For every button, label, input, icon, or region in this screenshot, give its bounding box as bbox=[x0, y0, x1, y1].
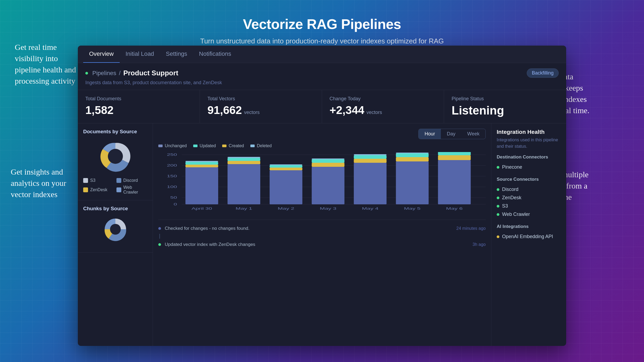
legend-swatch-discord bbox=[116, 178, 121, 183]
activity-text-1: Updated vector index with ZenDesk change… bbox=[165, 242, 469, 247]
connector-label-openai: OpenAI Embedding API bbox=[502, 234, 553, 239]
legend-text-deleted: Deleted bbox=[257, 143, 272, 148]
status-indicator bbox=[85, 72, 88, 75]
time-btn-hour[interactable]: Hour bbox=[419, 129, 441, 139]
time-btn-week[interactable]: Week bbox=[461, 129, 485, 139]
chunks-by-source-card: Chunks by Source bbox=[78, 200, 153, 253]
connector-openai: OpenAI Embedding API bbox=[497, 232, 561, 241]
stat-value-change: +2,344 vectors bbox=[330, 104, 436, 117]
svg-rect-24 bbox=[270, 170, 302, 204]
activity-log: Checked for changes - no changes found. … bbox=[158, 220, 486, 250]
integration-health-desc: Integrations used in this pipeline and t… bbox=[497, 137, 561, 150]
svg-rect-21 bbox=[228, 161, 260, 164]
legend-swatch-zendesk bbox=[83, 187, 88, 192]
tab-notifications[interactable]: Notifications bbox=[193, 46, 237, 63]
svg-rect-39 bbox=[396, 153, 429, 153]
svg-rect-38 bbox=[396, 153, 429, 157]
stat-label-status: Pipeline Status bbox=[452, 96, 559, 102]
stat-label-documents: Total Documents bbox=[85, 96, 192, 102]
svg-rect-37 bbox=[396, 157, 429, 161]
stat-value-documents: 1,582 bbox=[85, 104, 192, 117]
documents-by-source-card: Documents by Source bbox=[78, 123, 153, 200]
breadcrumb-parent[interactable]: Pipelines bbox=[92, 70, 116, 77]
stat-value-status: Listening bbox=[452, 104, 559, 117]
tab-overview[interactable]: Overview bbox=[83, 46, 120, 63]
svg-rect-25 bbox=[270, 168, 302, 170]
stat-change-today: Change Today +2,344 vectors bbox=[322, 90, 444, 123]
stat-total-documents: Total Documents 1,582 bbox=[78, 90, 200, 123]
svg-text:50: 50 bbox=[170, 195, 177, 200]
documents-chart-title: Documents by Source bbox=[83, 129, 147, 135]
legend-dot-deleted bbox=[250, 145, 255, 147]
svg-rect-33 bbox=[354, 159, 387, 163]
svg-text:May 5: May 5 bbox=[404, 206, 421, 210]
svg-rect-22 bbox=[228, 158, 260, 161]
svg-text:May 3: May 3 bbox=[320, 206, 336, 210]
source-connectors-title: Source Connectors bbox=[497, 177, 561, 182]
legend-dot-unchanged bbox=[158, 145, 163, 147]
stats-row: Total Documents 1,582 Total Vectors 91,6… bbox=[78, 90, 566, 123]
connector-label-discord: Discord bbox=[502, 187, 518, 192]
legend-s3: S3 bbox=[83, 178, 114, 183]
integration-health-title: Integration Health bbox=[497, 129, 561, 135]
connector-dot-zendesk bbox=[497, 197, 499, 199]
connector-label-pinecone: Pinecone bbox=[502, 164, 522, 170]
legend-zendesk: ZenDesk bbox=[83, 185, 114, 195]
dashboard-window: Overview Initial Load Settings Notificat… bbox=[78, 46, 566, 346]
connector-label-zendesk: ZenDesk bbox=[502, 195, 521, 201]
tab-settings[interactable]: Settings bbox=[160, 46, 193, 63]
chunks-pie-container bbox=[83, 216, 147, 243]
legend-discord: Discord bbox=[116, 178, 148, 183]
connector-dot-discord bbox=[497, 188, 499, 191]
svg-rect-28 bbox=[312, 167, 345, 204]
pie-chart-container bbox=[83, 139, 147, 174]
connector-dot-pinecone bbox=[497, 166, 499, 169]
bar-chart-wrapper: 250 200 150 100 50 0 bbox=[158, 152, 486, 216]
svg-rect-34 bbox=[354, 155, 387, 159]
main-content: Documents by Source bbox=[78, 123, 566, 346]
legend-text-unchanged: Unchanged bbox=[165, 143, 187, 148]
stat-total-vectors: Total Vectors 91,662 vectors bbox=[200, 90, 322, 123]
activity-time-1: 3h ago bbox=[473, 242, 486, 247]
activity-dot-1 bbox=[158, 243, 161, 246]
center-panel: Hour Day Week Unchanged Updated Created bbox=[153, 123, 491, 346]
activity-item-1: Updated vector index with ZenDesk change… bbox=[158, 239, 486, 250]
legend-label-s3: S3 bbox=[90, 178, 96, 183]
svg-point-3 bbox=[110, 224, 121, 235]
connector-discord: Discord bbox=[497, 185, 561, 194]
legend-label-discord: Discord bbox=[123, 178, 138, 183]
page-title: Vectorize RAG Pipelines bbox=[0, 0, 644, 32]
svg-rect-19 bbox=[185, 161, 218, 162]
svg-text:May 2: May 2 bbox=[278, 206, 294, 210]
svg-rect-26 bbox=[270, 165, 302, 168]
legend-unchanged: Unchanged bbox=[158, 143, 187, 148]
breadcrumb-separator: / bbox=[119, 70, 120, 77]
bar-chart: 250 200 150 100 50 0 bbox=[158, 152, 486, 216]
time-btn-day[interactable]: Day bbox=[441, 129, 461, 139]
breadcrumb-area: Pipelines / Product Support Backfilling bbox=[78, 63, 566, 80]
svg-rect-18 bbox=[185, 162, 218, 165]
svg-rect-42 bbox=[438, 152, 471, 155]
breadcrumb-current: Product Support bbox=[123, 69, 178, 77]
svg-rect-41 bbox=[438, 155, 471, 160]
chunks-chart-title: Chunks by Source bbox=[83, 206, 147, 212]
breadcrumb: Pipelines / Product Support bbox=[85, 69, 178, 77]
svg-rect-40 bbox=[438, 160, 471, 204]
connector-pinecone: Pinecone bbox=[497, 163, 561, 171]
legend-deleted: Deleted bbox=[250, 143, 272, 148]
svg-text:April 30: April 30 bbox=[192, 206, 212, 210]
activity-item-0: Checked for changes - no changes found. … bbox=[158, 223, 486, 234]
svg-point-1 bbox=[108, 149, 123, 164]
tab-initial-load[interactable]: Initial Load bbox=[120, 46, 160, 63]
svg-text:0: 0 bbox=[174, 202, 177, 206]
svg-text:May 6: May 6 bbox=[446, 206, 463, 210]
status-badge: Backfilling bbox=[527, 68, 559, 78]
legend-swatch-webcrawler bbox=[116, 187, 121, 192]
svg-rect-30 bbox=[312, 159, 345, 163]
legend-text-updated: Updated bbox=[200, 143, 216, 148]
legend-created: Created bbox=[222, 143, 244, 148]
breadcrumb-description: Ingests data from S3, product documentat… bbox=[78, 80, 566, 90]
chunks-pie-chart bbox=[102, 216, 129, 243]
nav-tabs: Overview Initial Load Settings Notificat… bbox=[78, 46, 566, 63]
legend-label-zendesk: ZenDesk bbox=[90, 187, 107, 192]
